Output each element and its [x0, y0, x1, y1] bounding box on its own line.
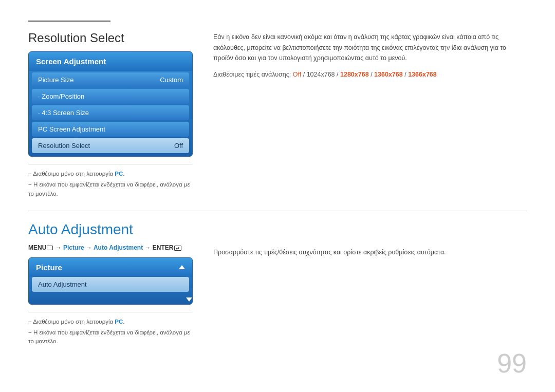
res-sep-1: / [303, 71, 307, 78]
res-1280: 1280x768 [340, 71, 369, 78]
resolutions-label: Διαθέσιμες τιμές ανάλυσης: [213, 71, 293, 78]
auto-adj-item-label: Auto Adjustment [38, 281, 87, 288]
menu-item-label: Picture Size [38, 76, 73, 84]
auto-adj-label: Auto Adjustment [94, 244, 143, 251]
menu-icon-box [47, 246, 53, 250]
arrow-1: → [55, 244, 63, 251]
menu-item-resolution-select[interactable]: Resolution Select Off [32, 138, 189, 153]
picture-label: Picture [63, 244, 84, 251]
resolution-select-left: Resolution Select Screen Adjustment Pict… [28, 31, 193, 200]
res-sep-2: / [337, 71, 340, 78]
auto-adjustment-title: Auto Adjustment [28, 221, 193, 238]
resolutions-line: Διαθέσιμες τιμές ανάλυσης: Off / 1024x76… [213, 71, 527, 78]
resolution-select-right: Εάν η εικόνα δεν είναι κανονική ακόμα κα… [213, 31, 527, 200]
menu-item-screen-size[interactable]: · 4:3 Screen Size [32, 105, 189, 120]
resolution-select-section: Resolution Select Screen Adjustment Pict… [28, 31, 527, 200]
page-container: Resolution Select Screen Adjustment Pict… [0, 0, 555, 392]
auto-note-line-1: − Διαθέσιμο μόνο στη λειτουργία PC. [28, 318, 193, 326]
arrow-3: → [145, 244, 153, 251]
picture-menu: Picture Auto Adjustment [28, 257, 193, 305]
auto-adjustment-notes: − Διαθέσιμο μόνο στη λειτουργία PC. − Η … [28, 312, 193, 346]
resolution-select-notes: − Διαθέσιμο μόνο στη λειτουργία PC. − Η … [28, 164, 193, 198]
enter-icon: ↵ [174, 246, 181, 251]
res-1024: 1024x768 [307, 71, 335, 78]
res-1366: 1366x768 [408, 71, 437, 78]
top-divider [28, 21, 110, 22]
arrow-up-icon [179, 265, 185, 269]
note-pc-bold: PC [115, 171, 123, 177]
menu-label: MENU [28, 244, 46, 251]
screen-adjustment-menu: Screen Adjustment Picture Size Custom · … [28, 51, 193, 157]
menu-item-pc-screen[interactable]: PC Screen Adjustment [32, 122, 189, 137]
section-divider [28, 211, 527, 211]
auto-note-line-2: − Η εικόνα που εμφανίζεται ενδέχεται να … [28, 328, 193, 346]
enter-label: ENTER [153, 244, 174, 251]
menu-item-label: · 4:3 Screen Size [38, 109, 89, 117]
auto-adjustment-description: Προσαρμόστε τις τιμές/θέσεις συχνότητας … [213, 247, 527, 258]
picture-menu-header: Picture [29, 258, 192, 277]
menu-item-label: · Zoom/Position [38, 92, 84, 100]
menu-item-value: Off [174, 142, 183, 150]
picture-header-label: Picture [36, 263, 62, 272]
auto-note-pc-bold: PC [115, 319, 123, 325]
menu-item-label: Resolution Select [38, 142, 90, 150]
note-line-1: − Διαθέσιμο μόνο στη λειτουργία PC. [28, 170, 193, 178]
auto-adjustment-section: Auto Adjustment MENU → Picture → Auto Ad… [28, 221, 527, 348]
res-1360: 1360x768 [374, 71, 403, 78]
bottom-arrows [29, 295, 192, 304]
auto-adjustment-left: Auto Adjustment MENU → Picture → Auto Ad… [28, 221, 193, 348]
menu-item-picture-size[interactable]: Picture Size Custom [32, 72, 189, 87]
resolution-select-description: Εάν η εικόνα δεν είναι κανονική ακόμα κα… [213, 32, 527, 64]
res-off: Off [293, 71, 301, 78]
arrow-down-icon [186, 297, 192, 302]
auto-adjustment-item[interactable]: Auto Adjustment [32, 277, 189, 292]
arrow-2: → [86, 244, 94, 251]
menu-item-value: Custom [160, 76, 183, 84]
auto-adjustment-right: Προσαρμόστε τις τιμές/θέσεις συχνότητας … [213, 221, 527, 348]
menu-path: MENU → Picture → Auto Adjustment → ENTER… [28, 244, 193, 251]
menu-item-label: PC Screen Adjustment [38, 125, 105, 133]
note-line-2: − Η εικόνα που εμφανίζεται ενδέχεται να … [28, 180, 193, 198]
resolution-select-title: Resolution Select [28, 31, 193, 45]
menu-item-zoom-position[interactable]: · Zoom/Position [32, 89, 189, 104]
page-number: 99 [497, 350, 527, 377]
screen-adjustment-header: Screen Adjustment [29, 52, 192, 71]
